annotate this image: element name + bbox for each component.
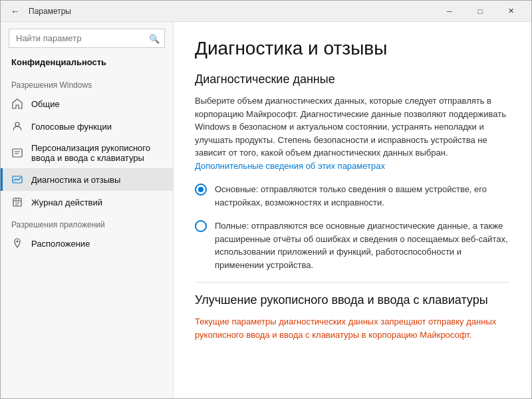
sidebar-item-handwriting-label: Персонализация рукописного ввода и ввода… <box>31 143 162 163</box>
sidebar-item-location-label: Расположение <box>31 239 90 249</box>
sidebar-item-voice-label: Голосовые функции <box>31 122 112 132</box>
back-button[interactable]: ← <box>6 2 25 21</box>
activity-icon <box>11 196 23 208</box>
section1-title: Диагностические данные <box>195 72 510 86</box>
more-info-link[interactable]: Дополнительные сведения об этих параметр… <box>195 161 385 171</box>
radio-group: Основные: отправляются только сведения о… <box>195 183 510 271</box>
window-title: Параметры <box>29 7 71 16</box>
sidebar-item-general-label: Общие <box>31 99 60 109</box>
sidebar-item-activity-label: Журнал действий <box>31 198 102 207</box>
close-button[interactable]: ✕ <box>495 1 526 22</box>
sidebar-item-handwriting[interactable]: Персонализация рукописного ввода и ввода… <box>1 138 173 168</box>
search-icon: 🔍 <box>149 33 160 43</box>
search-input[interactable] <box>9 29 165 48</box>
search-box: 🔍 <box>9 29 165 48</box>
radio-basic-circle[interactable] <box>195 184 207 196</box>
titlebar: ← Параметры ─ □ ✕ <box>1 1 531 22</box>
radio-basic-label: Основные: отправляются только сведения о… <box>215 183 510 209</box>
app-permissions-label: Разрешения приложений <box>1 213 173 232</box>
sidebar-item-location[interactable]: Расположение <box>1 232 173 255</box>
voice-icon <box>11 120 23 132</box>
maximize-button[interactable]: □ <box>465 1 495 22</box>
minimize-button[interactable]: ─ <box>434 1 465 22</box>
sidebar-item-activity[interactable]: Журнал действий <box>1 191 173 213</box>
window-controls: ─ □ ✕ <box>434 1 526 22</box>
radio-basic: Основные: отправляются только сведения о… <box>195 183 510 209</box>
location-icon <box>11 237 23 249</box>
sidebar-item-diagnostics-label: Диагностика и отзывы <box>31 175 120 185</box>
sidebar-item-voice[interactable]: Голосовые функции <box>1 115 173 138</box>
page-title: Диагностика и отзывы <box>195 38 510 59</box>
back-icon: ← <box>11 6 20 17</box>
radio-full: Полные: отправляются все основные диагно… <box>195 219 510 271</box>
sidebar-item-diagnostics[interactable]: Диагностика и отзывы <box>1 168 173 191</box>
handwriting-icon <box>11 147 23 159</box>
main-container: 🔍 Конфиденциальность Разрешения Windows … <box>1 22 531 398</box>
windows-permissions-label: Разрешения Windows <box>1 74 173 92</box>
radio-full-circle[interactable] <box>195 220 207 232</box>
diagnostics-icon <box>11 174 23 186</box>
svg-point-11 <box>17 241 19 243</box>
warning-text: Текущие параметры диагностических данных… <box>195 315 510 341</box>
sidebar-item-general[interactable]: Общие <box>1 92 173 115</box>
svg-rect-1 <box>13 149 22 157</box>
svg-point-0 <box>15 122 19 126</box>
sidebar-heading: Конфиденциальность <box>1 55 173 74</box>
sidebar: 🔍 Конфиденциальность Разрешения Windows … <box>1 22 174 398</box>
section-divider <box>195 282 510 283</box>
section2-title: Улучшение рукописного ввода и ввода с кл… <box>195 293 510 307</box>
content-area: Диагностика и отзывы Диагностические дан… <box>174 22 531 398</box>
radio-full-label: Полные: отправляются все основные диагно… <box>215 219 510 271</box>
home-icon <box>11 98 23 110</box>
description-text: Выберите объем диагностических данных, к… <box>195 94 510 172</box>
